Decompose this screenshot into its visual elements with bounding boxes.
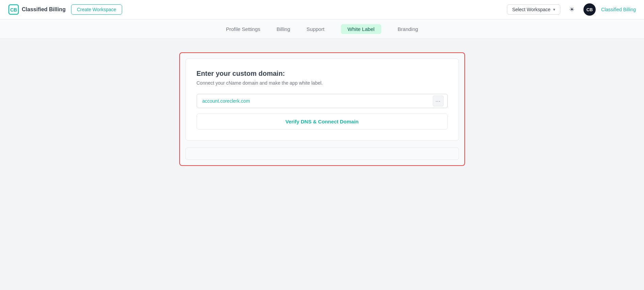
card-subtitle: Connect your cName domain and make the a… bbox=[197, 80, 448, 86]
card-title: Enter your custom domain: bbox=[197, 70, 448, 78]
verify-dns-button[interactable]: Verify DNS & Connect Domain bbox=[197, 114, 448, 130]
domain-options-icon[interactable]: ··· bbox=[433, 96, 444, 106]
header-left: CB Classified Billing Create Workspace bbox=[8, 4, 122, 15]
sun-icon: ☀ bbox=[569, 6, 575, 13]
bottom-bar bbox=[185, 148, 459, 160]
select-workspace-button[interactable]: Select Workspace ▾ bbox=[507, 4, 560, 15]
create-workspace-button[interactable]: Create Workspace bbox=[71, 4, 122, 15]
custom-domain-card: Enter your custom domain: Connect your c… bbox=[185, 58, 459, 141]
header: CB Classified Billing Create Workspace S… bbox=[0, 0, 644, 19]
svg-text:CB: CB bbox=[10, 7, 17, 13]
chevron-down-icon: ▾ bbox=[553, 7, 555, 12]
nav-tabs: Profile Settings Billing Support White L… bbox=[0, 19, 644, 39]
ellipsis-icon: ··· bbox=[435, 98, 441, 104]
domain-input-wrapper: ··· bbox=[197, 94, 448, 108]
theme-toggle-button[interactable]: ☀ bbox=[566, 3, 578, 16]
tab-profile-settings[interactable]: Profile Settings bbox=[226, 24, 260, 34]
logo-icon: CB bbox=[8, 4, 19, 15]
domain-input[interactable] bbox=[197, 94, 448, 108]
tab-support[interactable]: Support bbox=[307, 24, 325, 34]
header-right: Select Workspace ▾ ☀ CB Classified Billi… bbox=[507, 3, 636, 16]
avatar: CB bbox=[583, 3, 596, 16]
tab-branding[interactable]: Branding bbox=[398, 24, 418, 34]
highlighted-section: Enter your custom domain: Connect your c… bbox=[179, 52, 465, 166]
tab-billing[interactable]: Billing bbox=[277, 24, 290, 34]
user-name: Classified Billing bbox=[601, 7, 636, 12]
logo-text: Classified Billing bbox=[22, 6, 66, 13]
main-content: Enter your custom domain: Connect your c… bbox=[0, 39, 644, 180]
tab-white-label[interactable]: White Label bbox=[341, 24, 381, 34]
logo: CB Classified Billing bbox=[8, 4, 66, 15]
select-workspace-label: Select Workspace bbox=[512, 7, 550, 12]
